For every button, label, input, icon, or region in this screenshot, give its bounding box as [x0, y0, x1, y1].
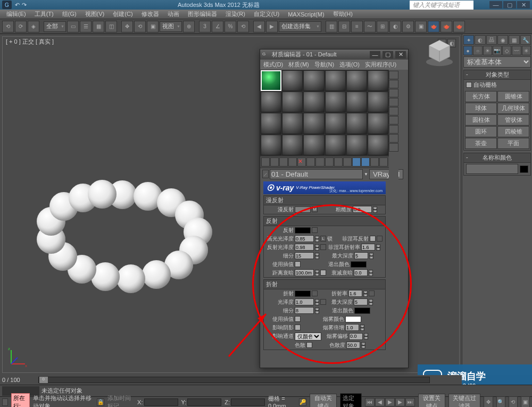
scene-bracelet[interactable] [29, 180, 215, 303]
mat-tool-icon[interactable] [343, 157, 352, 167]
menu-create[interactable]: 创建(C) [109, 9, 137, 19]
fresnel-ior-spinner[interactable]: 1.6 [361, 244, 375, 251]
material-slot[interactable] [346, 70, 367, 91]
geometry-icon[interactable]: ● [463, 46, 472, 55]
primitive-category-dropdown[interactable]: 标准基本体 [463, 56, 531, 68]
menu-tools[interactable]: 工具(T) [30, 9, 58, 19]
align-icon[interactable]: ⊟ [338, 21, 350, 32]
material-name-input[interactable] [270, 169, 363, 179]
abbe-spinner[interactable]: 50.0 [346, 342, 360, 348]
nav-zoom-icon[interactable]: 🔍 [496, 396, 505, 408]
timetag-label[interactable]: 添加时间标记 [107, 394, 134, 408]
reflect-color-swatch[interactable] [295, 227, 311, 234]
menu-modifiers[interactable]: 修改器 [137, 9, 163, 19]
mat-menu-material[interactable]: 材质(M) [286, 60, 311, 69]
ior-map-button[interactable] [369, 290, 375, 296]
refr-gloss-map-button[interactable] [320, 299, 326, 305]
material-slot[interactable] [282, 70, 303, 91]
keyset-dropdown[interactable]: 选定对象 [340, 393, 361, 408]
display-tab-icon[interactable]: ▦ [509, 35, 519, 45]
refl-interp-checkbox[interactable] [295, 261, 301, 267]
fogcolor-swatch[interactable] [345, 316, 361, 322]
mat-tool-icon[interactable] [288, 157, 297, 167]
mat-tool-icon[interactable] [270, 157, 279, 167]
lights-icon[interactable]: ☀ [483, 46, 492, 55]
mat-tool-icon[interactable] [370, 157, 379, 167]
cameras-icon[interactable]: 📷 [493, 46, 502, 55]
fogmult-spinner[interactable]: 1.0 [345, 324, 359, 331]
render-prod-icon[interactable]: 🫖 [440, 21, 452, 32]
keyfilter-button[interactable]: 关键点过滤器 [448, 394, 480, 408]
diffuse-map-button[interactable]: M [312, 206, 318, 212]
rollout-diffuse[interactable]: 漫反射 [264, 196, 385, 205]
refl-subdiv-spinner[interactable]: 15 [295, 252, 314, 259]
mat-menu-navigation[interactable]: 导航(N) [312, 60, 336, 69]
mat-side-tool-icon[interactable] [389, 116, 398, 124]
move-icon[interactable]: ✥ [121, 21, 133, 32]
fresnel-checkbox[interactable] [370, 236, 376, 242]
nav-orbit-icon[interactable]: ⟲ [509, 396, 518, 408]
curve-editor-icon[interactable]: 〜 [364, 21, 376, 32]
lock-icon[interactable]: 🔒 [97, 398, 104, 406]
material-slot[interactable] [368, 135, 388, 155]
unlink-icon[interactable]: ⟳ [15, 21, 27, 32]
hilight-lock-button[interactable]: L [320, 236, 326, 242]
named-selection-dropdown[interactable]: 创建选择集 [279, 21, 321, 32]
menu-customize[interactable]: 自定义(U) [250, 9, 284, 19]
refl-maxdepth-spinner[interactable]: 5 [354, 252, 368, 259]
prim-geosphere[interactable]: 几何球体 [497, 103, 529, 114]
spacewarps-icon[interactable]: 〰 [512, 46, 521, 55]
mat-side-tool-icon[interactable] [389, 98, 398, 106]
angle-snap-icon[interactable]: ∠ [212, 21, 223, 32]
shapes-icon[interactable]: ○ [473, 46, 482, 55]
prim-sphere[interactable]: 球体 [465, 103, 497, 114]
mat-side-tool-icon[interactable] [389, 143, 398, 152]
material-slot[interactable] [261, 113, 281, 134]
mat-close-button[interactable]: ✕ [395, 51, 406, 59]
hierarchy-tab-icon[interactable]: 品 [486, 35, 497, 45]
material-slot[interactable] [325, 135, 346, 155]
material-slot[interactable] [303, 135, 324, 155]
material-slot[interactable] [261, 70, 281, 91]
hilight-spinner[interactable]: 0.85 [295, 235, 314, 242]
mat-tool-icon[interactable] [334, 157, 343, 167]
snap-icon[interactable]: 3 [199, 21, 211, 32]
material-slot[interactable] [282, 92, 303, 112]
material-slot[interactable] [325, 92, 346, 112]
play-icon[interactable]: ▶ [385, 398, 395, 406]
menu-animation[interactable]: 动画 [163, 9, 184, 19]
mat-tool-icon[interactable] [279, 157, 288, 167]
mat-menu-mode[interactable]: 模式(D) [261, 60, 285, 69]
material-slot[interactable] [303, 92, 324, 112]
menu-grapheditors[interactable]: 图形编辑器 [184, 9, 221, 19]
schematic-icon[interactable]: ⊞ [377, 21, 388, 32]
refr-exitcolor-swatch[interactable] [354, 308, 370, 314]
rollout-object-type[interactable]: 对象类型 [464, 70, 530, 80]
material-slot[interactable] [325, 70, 346, 91]
mat-side-tool-icon[interactable] [389, 80, 398, 88]
link-icon[interactable]: ⟲ [2, 21, 14, 32]
autogrid-checkbox[interactable] [466, 82, 472, 88]
affect-shadows-checkbox[interactable] [295, 325, 301, 330]
mat-tool-icon[interactable] [379, 157, 388, 167]
mat-tool-icon[interactable] [325, 157, 334, 167]
autokey-button[interactable]: 自动关键点 [310, 394, 337, 408]
time-slider[interactable]: 0 [38, 377, 430, 383]
material-slot[interactable] [368, 92, 388, 112]
mat-tool-icon[interactable] [306, 157, 315, 167]
help-search-input[interactable]: 键入关键字或短语 [410, 1, 473, 10]
prim-teapot[interactable]: 茶壶 [465, 138, 497, 149]
y-input[interactable] [187, 398, 221, 406]
viewport-label[interactable]: [ + 0 ] 正交 [ 真实 ] [6, 38, 54, 46]
render-setup-icon[interactable]: ⚙ [402, 21, 414, 32]
mat-maximize-button[interactable]: ▢ [383, 51, 393, 59]
refr-gloss-spinner[interactable]: 1.0 [295, 298, 314, 305]
refr-maxdepth-spinner[interactable]: 5 [354, 298, 368, 305]
refract-color-swatch[interactable] [295, 290, 311, 297]
qat-undo-icon[interactable]: ↶ [15, 2, 20, 9]
prim-torus[interactable]: 圆环 [465, 126, 497, 137]
select-region-icon[interactable]: ▦ [93, 21, 104, 32]
modify-tab-icon[interactable]: ◐ [475, 35, 485, 45]
eyedropper-icon[interactable]: ⟋ [262, 170, 269, 178]
material-slot[interactable] [261, 135, 281, 155]
